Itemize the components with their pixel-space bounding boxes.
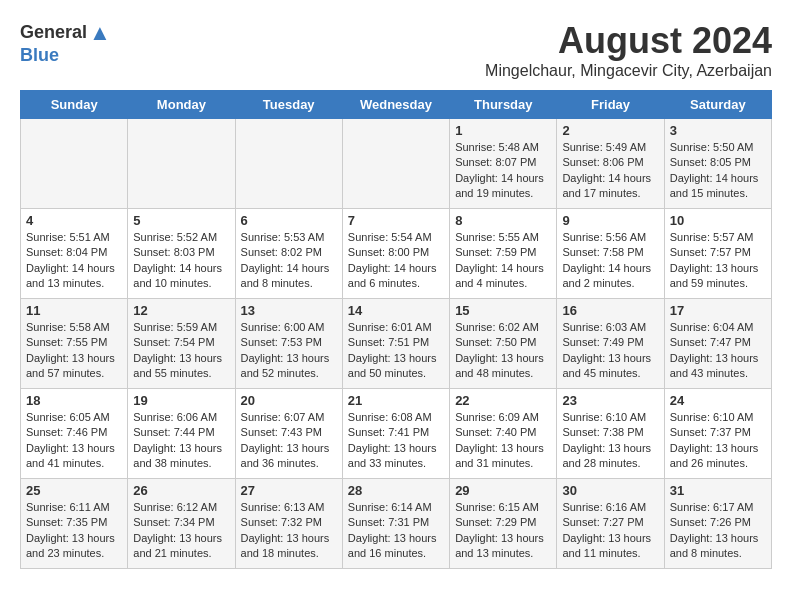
cell-details: Sunrise: 5:55 AMSunset: 7:59 PMDaylight:… (455, 230, 551, 292)
day-number: 17 (670, 303, 766, 318)
column-header-wednesday: Wednesday (342, 91, 449, 119)
column-header-tuesday: Tuesday (235, 91, 342, 119)
column-header-friday: Friday (557, 91, 664, 119)
title-section: August 2024 Mingelchaur, Mingacevir City… (485, 20, 772, 80)
cell-details: Sunrise: 6:10 AMSunset: 7:38 PMDaylight:… (562, 410, 658, 472)
calendar-cell: 8Sunrise: 5:55 AMSunset: 7:59 PMDaylight… (450, 209, 557, 299)
cell-details: Sunrise: 5:53 AMSunset: 8:02 PMDaylight:… (241, 230, 337, 292)
cell-details: Sunrise: 6:11 AMSunset: 7:35 PMDaylight:… (26, 500, 122, 562)
cell-details: Sunrise: 5:54 AMSunset: 8:00 PMDaylight:… (348, 230, 444, 292)
day-number: 6 (241, 213, 337, 228)
calendar-cell: 19Sunrise: 6:06 AMSunset: 7:44 PMDayligh… (128, 389, 235, 479)
cell-details: Sunrise: 5:56 AMSunset: 7:58 PMDaylight:… (562, 230, 658, 292)
header: General ▲ Blue August 2024 Mingelchaur, … (20, 20, 772, 80)
cell-details: Sunrise: 6:05 AMSunset: 7:46 PMDaylight:… (26, 410, 122, 472)
week-row-5: 25Sunrise: 6:11 AMSunset: 7:35 PMDayligh… (21, 479, 772, 569)
calendar-cell: 12Sunrise: 5:59 AMSunset: 7:54 PMDayligh… (128, 299, 235, 389)
calendar-cell: 6Sunrise: 5:53 AMSunset: 8:02 PMDaylight… (235, 209, 342, 299)
calendar-header-row: SundayMondayTuesdayWednesdayThursdayFrid… (21, 91, 772, 119)
cell-details: Sunrise: 6:02 AMSunset: 7:50 PMDaylight:… (455, 320, 551, 382)
cell-details: Sunrise: 6:07 AMSunset: 7:43 PMDaylight:… (241, 410, 337, 472)
cell-details: Sunrise: 6:12 AMSunset: 7:34 PMDaylight:… (133, 500, 229, 562)
week-row-4: 18Sunrise: 6:05 AMSunset: 7:46 PMDayligh… (21, 389, 772, 479)
day-number: 14 (348, 303, 444, 318)
day-number: 10 (670, 213, 766, 228)
day-number: 18 (26, 393, 122, 408)
day-number: 26 (133, 483, 229, 498)
logo: General ▲ Blue (20, 20, 111, 66)
calendar-cell: 16Sunrise: 6:03 AMSunset: 7:49 PMDayligh… (557, 299, 664, 389)
day-number: 28 (348, 483, 444, 498)
cell-details: Sunrise: 6:15 AMSunset: 7:29 PMDaylight:… (455, 500, 551, 562)
calendar-cell: 5Sunrise: 5:52 AMSunset: 8:03 PMDaylight… (128, 209, 235, 299)
day-number: 13 (241, 303, 337, 318)
calendar-cell: 4Sunrise: 5:51 AMSunset: 8:04 PMDaylight… (21, 209, 128, 299)
day-number: 7 (348, 213, 444, 228)
day-number: 2 (562, 123, 658, 138)
day-number: 9 (562, 213, 658, 228)
cell-details: Sunrise: 6:00 AMSunset: 7:53 PMDaylight:… (241, 320, 337, 382)
day-number: 27 (241, 483, 337, 498)
cell-details: Sunrise: 5:48 AMSunset: 8:07 PMDaylight:… (455, 140, 551, 202)
day-number: 11 (26, 303, 122, 318)
calendar-cell: 1Sunrise: 5:48 AMSunset: 8:07 PMDaylight… (450, 119, 557, 209)
cell-details: Sunrise: 5:50 AMSunset: 8:05 PMDaylight:… (670, 140, 766, 202)
day-number: 12 (133, 303, 229, 318)
calendar-cell: 9Sunrise: 5:56 AMSunset: 7:58 PMDaylight… (557, 209, 664, 299)
calendar-cell: 18Sunrise: 6:05 AMSunset: 7:46 PMDayligh… (21, 389, 128, 479)
calendar-cell (128, 119, 235, 209)
calendar-cell: 2Sunrise: 5:49 AMSunset: 8:06 PMDaylight… (557, 119, 664, 209)
calendar-cell: 7Sunrise: 5:54 AMSunset: 8:00 PMDaylight… (342, 209, 449, 299)
calendar-cell: 11Sunrise: 5:58 AMSunset: 7:55 PMDayligh… (21, 299, 128, 389)
cell-details: Sunrise: 6:04 AMSunset: 7:47 PMDaylight:… (670, 320, 766, 382)
calendar-cell: 14Sunrise: 6:01 AMSunset: 7:51 PMDayligh… (342, 299, 449, 389)
calendar-cell: 10Sunrise: 5:57 AMSunset: 7:57 PMDayligh… (664, 209, 771, 299)
calendar-table: SundayMondayTuesdayWednesdayThursdayFrid… (20, 90, 772, 569)
calendar-cell: 21Sunrise: 6:08 AMSunset: 7:41 PMDayligh… (342, 389, 449, 479)
logo-general: General (20, 23, 87, 43)
cell-details: Sunrise: 6:06 AMSunset: 7:44 PMDaylight:… (133, 410, 229, 472)
calendar-cell: 29Sunrise: 6:15 AMSunset: 7:29 PMDayligh… (450, 479, 557, 569)
calendar-cell (21, 119, 128, 209)
calendar-cell: 3Sunrise: 5:50 AMSunset: 8:05 PMDaylight… (664, 119, 771, 209)
calendar-cell: 17Sunrise: 6:04 AMSunset: 7:47 PMDayligh… (664, 299, 771, 389)
day-number: 16 (562, 303, 658, 318)
calendar-cell (235, 119, 342, 209)
logo-bird-icon: ▲ (89, 20, 111, 46)
logo-blue: Blue (20, 45, 59, 65)
cell-details: Sunrise: 6:01 AMSunset: 7:51 PMDaylight:… (348, 320, 444, 382)
cell-details: Sunrise: 5:51 AMSunset: 8:04 PMDaylight:… (26, 230, 122, 292)
cell-details: Sunrise: 5:59 AMSunset: 7:54 PMDaylight:… (133, 320, 229, 382)
week-row-3: 11Sunrise: 5:58 AMSunset: 7:55 PMDayligh… (21, 299, 772, 389)
column-header-monday: Monday (128, 91, 235, 119)
calendar-cell: 15Sunrise: 6:02 AMSunset: 7:50 PMDayligh… (450, 299, 557, 389)
cell-details: Sunrise: 6:03 AMSunset: 7:49 PMDaylight:… (562, 320, 658, 382)
cell-details: Sunrise: 5:58 AMSunset: 7:55 PMDaylight:… (26, 320, 122, 382)
day-number: 29 (455, 483, 551, 498)
day-number: 25 (26, 483, 122, 498)
calendar-cell: 28Sunrise: 6:14 AMSunset: 7:31 PMDayligh… (342, 479, 449, 569)
cell-details: Sunrise: 6:17 AMSunset: 7:26 PMDaylight:… (670, 500, 766, 562)
day-number: 30 (562, 483, 658, 498)
day-number: 21 (348, 393, 444, 408)
cell-details: Sunrise: 5:52 AMSunset: 8:03 PMDaylight:… (133, 230, 229, 292)
day-number: 15 (455, 303, 551, 318)
day-number: 22 (455, 393, 551, 408)
calendar-cell: 23Sunrise: 6:10 AMSunset: 7:38 PMDayligh… (557, 389, 664, 479)
calendar-cell (342, 119, 449, 209)
cell-details: Sunrise: 6:16 AMSunset: 7:27 PMDaylight:… (562, 500, 658, 562)
calendar-cell: 13Sunrise: 6:00 AMSunset: 7:53 PMDayligh… (235, 299, 342, 389)
column-header-thursday: Thursday (450, 91, 557, 119)
day-number: 31 (670, 483, 766, 498)
cell-details: Sunrise: 6:10 AMSunset: 7:37 PMDaylight:… (670, 410, 766, 472)
day-number: 3 (670, 123, 766, 138)
day-number: 24 (670, 393, 766, 408)
calendar-cell: 30Sunrise: 6:16 AMSunset: 7:27 PMDayligh… (557, 479, 664, 569)
calendar-cell: 24Sunrise: 6:10 AMSunset: 7:37 PMDayligh… (664, 389, 771, 479)
cell-details: Sunrise: 6:08 AMSunset: 7:41 PMDaylight:… (348, 410, 444, 472)
calendar-body: 1Sunrise: 5:48 AMSunset: 8:07 PMDaylight… (21, 119, 772, 569)
week-row-1: 1Sunrise: 5:48 AMSunset: 8:07 PMDaylight… (21, 119, 772, 209)
day-number: 4 (26, 213, 122, 228)
column-header-sunday: Sunday (21, 91, 128, 119)
cell-details: Sunrise: 6:14 AMSunset: 7:31 PMDaylight:… (348, 500, 444, 562)
